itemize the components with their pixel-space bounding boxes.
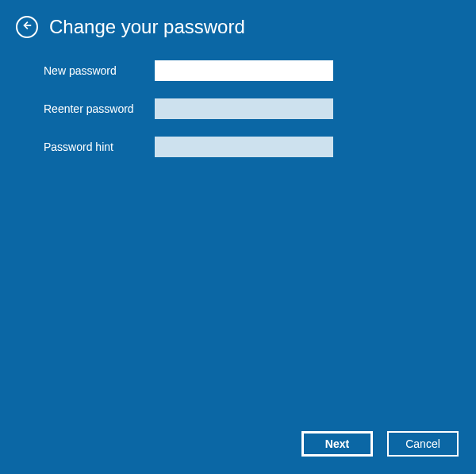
- back-button[interactable]: [16, 16, 38, 38]
- new-password-input[interactable]: [155, 60, 333, 81]
- password-hint-input[interactable]: [155, 137, 333, 157]
- cancel-button[interactable]: Cancel: [387, 431, 459, 457]
- new-password-label: New password: [44, 64, 155, 77]
- reenter-password-input[interactable]: [155, 98, 333, 119]
- next-button[interactable]: Next: [301, 431, 373, 457]
- footer: Next Cancel: [301, 431, 459, 457]
- password-hint-row: Password hint: [44, 137, 476, 157]
- reenter-password-label: Reenter password: [44, 102, 155, 115]
- password-form: New password Reenter password Password h…: [0, 38, 476, 157]
- page-title: Change your password: [49, 16, 245, 38]
- reenter-password-row: Reenter password: [44, 98, 476, 119]
- arrow-left-icon: [21, 20, 33, 34]
- password-hint-label: Password hint: [44, 141, 155, 153]
- new-password-row: New password: [44, 60, 476, 81]
- header: Change your password: [0, 0, 476, 38]
